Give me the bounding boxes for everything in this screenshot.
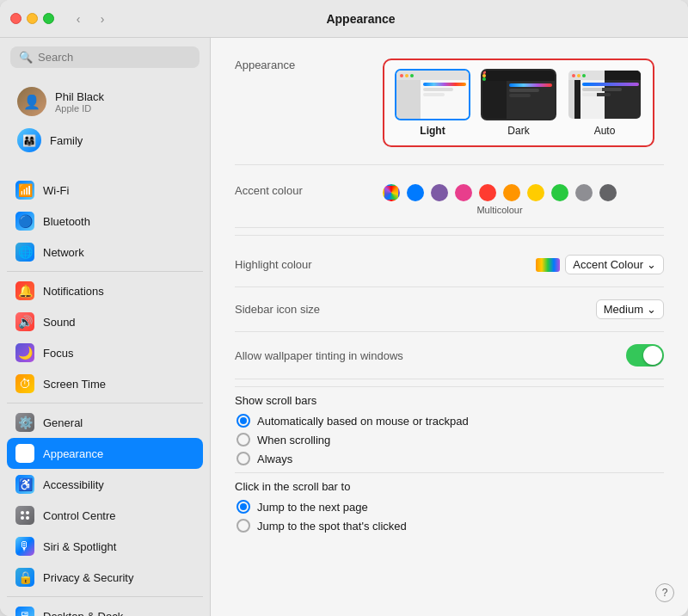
scroll-bar-option-auto[interactable]: Automatically based on mouse or trackpad <box>236 414 664 428</box>
sidebar-item-bluetooth[interactable]: 🔵 Bluetooth <box>7 206 203 237</box>
sidebar-item-label: Desktop & Dock <box>43 610 123 617</box>
accent-blue[interactable] <box>407 184 424 201</box>
focus-icon: 🌙 <box>15 343 34 362</box>
scroll-bar-option-always[interactable]: Always <box>236 452 664 465</box>
appearance-label-dark: Dark <box>507 125 529 137</box>
sidebar-section-main: 📶 Wi-Fi 🔵 Bluetooth 🌐 Network 🔔 Notifica… <box>0 171 210 616</box>
accent-purple[interactable] <box>431 184 448 201</box>
close-button[interactable] <box>10 13 22 24</box>
sidebar-item-label: Accessibility <box>43 478 104 491</box>
sound-icon: 🔊 <box>15 312 34 331</box>
radio-auto <box>236 414 250 428</box>
wallpaper-tinting-toggle[interactable] <box>626 344 664 367</box>
appearance-option-dark[interactable]: Dark <box>481 69 556 137</box>
user-text: Phil Black Apple ID <box>55 90 104 114</box>
appearance-option-auto[interactable]: Auto <box>567 69 642 137</box>
forward-button[interactable]: › <box>92 9 113 29</box>
appearance-thumbnail-light <box>395 69 470 120</box>
sidebar-item-general[interactable]: ⚙️ General <box>7 407 203 438</box>
sidebar-item-privacy[interactable]: 🔒 Privacy & Security <box>7 562 203 593</box>
accent-yellow[interactable] <box>527 184 544 201</box>
accent-multicolor[interactable] <box>383 184 400 201</box>
accent-red[interactable] <box>479 184 496 201</box>
sidebar-item-controlcentre[interactable]: Control Centre <box>7 500 203 531</box>
accent-options: Multicolour <box>383 184 617 215</box>
accent-orange[interactable] <box>503 184 520 201</box>
accent-graphite[interactable] <box>575 184 593 201</box>
svg-point-5 <box>26 516 29 520</box>
appearance-label-light: Light <box>420 125 445 137</box>
sidebar-item-label: Siri & Spotlight <box>43 540 116 553</box>
sidebar-item-label: Appearance <box>43 447 103 460</box>
minimize-button[interactable] <box>27 13 38 24</box>
maximize-button[interactable] <box>43 13 54 24</box>
accent-pink[interactable] <box>455 184 472 201</box>
accent-selected-label: Multicolour <box>383 205 617 215</box>
sidebar-item-appearance[interactable]: Appearance <box>7 438 203 469</box>
appearance-option-light[interactable]: Light <box>395 69 470 137</box>
accent-circles <box>383 184 617 201</box>
scroll-bar-option-scrolling[interactable]: When scrolling <box>236 433 664 447</box>
accent-colour-label: Accent colour <box>235 184 372 197</box>
bluetooth-icon: 🔵 <box>15 212 34 231</box>
sidebar-item-accessibility[interactable]: ♿ Accessibility <box>7 469 203 500</box>
wallpaper-tinting-row: Allow wallpaper tinting in windows <box>235 332 664 379</box>
appearance-label: Appearance <box>235 59 372 71</box>
sidebar-divider-3 <box>7 403 203 403</box>
user-profile-item[interactable]: 👤 Phil Black Apple ID <box>10 82 200 121</box>
click-scroll-option-nextpage[interactable]: Jump to the next page <box>236 500 664 514</box>
user-subtitle: Apple ID <box>55 103 104 114</box>
family-item[interactable]: 👨‍👩‍👧 Family <box>10 123 200 157</box>
sidebar-item-network[interactable]: 🌐 Network <box>7 237 203 268</box>
search-bar[interactable]: 🔍 <box>10 46 200 68</box>
notifications-icon: 🔔 <box>15 281 34 300</box>
privacy-icon: 🔒 <box>15 568 34 587</box>
nav-buttons: ‹ › <box>68 9 113 29</box>
scroll-bars-section: Show scroll bars Automatically based on … <box>235 394 664 465</box>
sidebar: 🔍 👤 Phil Black Apple ID 👨‍👩‍👧 Family <box>0 38 211 616</box>
appearance-thumbnail-dark <box>481 69 556 120</box>
search-input[interactable] <box>38 51 191 64</box>
wallpaper-tinting-label: Allow wallpaper tinting in windows <box>235 349 403 362</box>
desktop-icon: 🖥 <box>15 607 34 616</box>
sidebar-item-desktop[interactable]: 🖥 Desktop & Dock <box>7 601 203 616</box>
divider-4 <box>235 472 664 473</box>
sidebar-item-wifi[interactable]: 📶 Wi-Fi <box>7 175 203 206</box>
click-scroll-options: Jump to the next page Jump to the spot t… <box>236 500 664 533</box>
wifi-icon: 📶 <box>15 181 34 200</box>
radio-always <box>236 452 250 465</box>
click-scroll-section: Click in the scroll bar to Jump to the n… <box>235 480 664 533</box>
sidebar-item-sound[interactable]: 🔊 Sound <box>7 306 203 337</box>
highlight-colour-dropdown[interactable]: Accent Colour ⌄ <box>565 255 664 274</box>
highlight-colour-row: Highlight colour Accent Colour ⌄ <box>235 243 664 287</box>
sidebar-item-label: Sound <box>43 316 76 329</box>
sidebar-icon-size-dropdown[interactable]: Medium ⌄ <box>596 299 664 319</box>
user-section: 👤 Phil Black Apple ID 👨‍👩‍👧 Family <box>0 75 210 164</box>
sidebar-item-siri[interactable]: 🎙 Siri & Spotlight <box>7 531 203 562</box>
accessibility-icon: ♿ <box>15 475 34 494</box>
radio-spot <box>236 519 250 533</box>
siri-icon: 🎙 <box>15 537 34 556</box>
wallpaper-tinting-value <box>626 344 664 367</box>
help-button[interactable]: ? <box>655 583 674 602</box>
sidebar-item-label: Network <box>43 246 84 259</box>
sidebar-item-label: Focus <box>43 347 73 360</box>
click-scroll-title: Click in the scroll bar to <box>235 480 664 493</box>
appearance-icon <box>15 444 34 463</box>
sidebar-item-screentime[interactable]: ⏱ Screen Time <box>7 368 203 399</box>
back-button[interactable]: ‹ <box>68 9 89 29</box>
accent-green[interactable] <box>551 184 568 201</box>
scroll-bars-options: Automatically based on mouse or trackpad… <box>236 414 664 465</box>
sidebar-item-focus[interactable]: 🌙 Focus <box>7 337 203 368</box>
highlight-colour-label: Highlight colour <box>235 258 372 271</box>
window-title: Appearance <box>120 12 602 26</box>
family-label: Family <box>50 134 83 147</box>
accent-darkgray[interactable] <box>599 184 617 201</box>
network-icon: 🌐 <box>15 243 34 262</box>
search-icon: 🔍 <box>19 51 33 64</box>
svg-point-1 <box>23 452 27 455</box>
sidebar-item-notifications[interactable]: 🔔 Notifications <box>7 275 203 306</box>
divider-3 <box>235 386 664 387</box>
radio-always-label: Always <box>257 453 292 465</box>
click-scroll-option-spot[interactable]: Jump to the spot that's clicked <box>236 519 664 533</box>
